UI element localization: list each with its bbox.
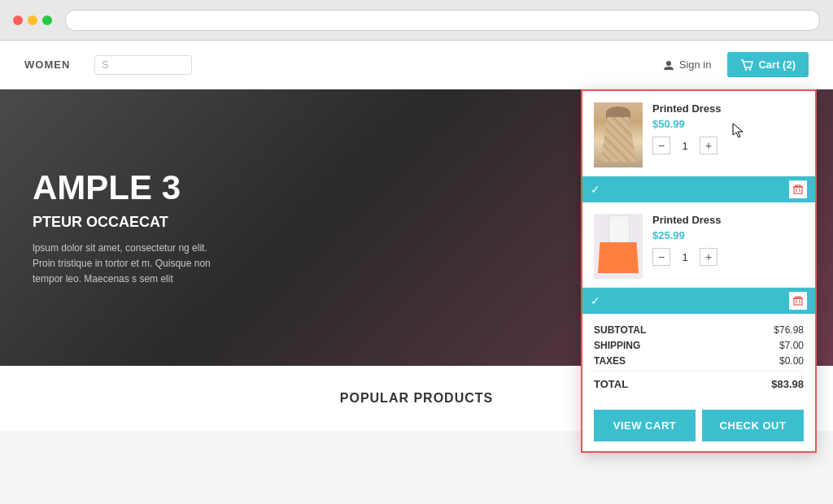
cart-totals: SUBTOTAL $76.98 SHIPPING $7.00 TAXES $0.… — [582, 314, 815, 400]
shipping-row: SHIPPING $7.00 — [594, 340, 804, 351]
trash-icon-1 — [793, 185, 803, 194]
qty-value-1: 1 — [677, 140, 693, 152]
cart-item-2-image — [594, 214, 643, 279]
qty-increase-2[interactable]: + — [700, 248, 717, 266]
browser-dots — [13, 15, 52, 25]
svg-rect-3 — [794, 187, 802, 193]
total-label: TOTAL — [594, 378, 628, 390]
delete-item-1[interactable] — [789, 180, 807, 198]
cart-item-1-price: $50.99 — [652, 118, 804, 130]
dot-red[interactable] — [13, 15, 23, 25]
total-value: $83.98 — [771, 378, 804, 390]
cart-item-1-details: Printed Dress $50.99 − 1 + — [652, 102, 804, 154]
checkout-button[interactable]: CHECK OUT — [702, 410, 804, 441]
taxes-value: $0.00 — [779, 355, 804, 367]
subtotal-value: $76.98 — [774, 324, 804, 336]
page-wrapper: WOMEN S Sign in Cart (2) — [0, 41, 833, 504]
nav-women[interactable]: WOMEN — [24, 59, 70, 71]
svg-point-0 — [666, 61, 671, 66]
svg-rect-8 — [794, 298, 802, 305]
qty-decrease-1[interactable]: − — [652, 137, 670, 154]
svg-point-1 — [745, 68, 747, 70]
trash-icon-2 — [793, 296, 803, 306]
hero-description: lpsum dolor sit amet, consectetur ng eli… — [33, 241, 212, 288]
cart-actions: VIEW CART CHECK OUT — [582, 400, 815, 451]
view-cart-button[interactable]: VIEW CART — [594, 410, 696, 441]
nav-right: Sign in Cart (2) — [663, 52, 809, 77]
browser-chrome — [0, 0, 833, 41]
hero-title: AMPLE 3 — [33, 168, 212, 207]
svg-point-2 — [749, 68, 751, 70]
address-bar[interactable] — [65, 10, 820, 31]
taxes-row: TAXES $0.00 — [594, 355, 804, 367]
cart-item-2-name: Printed Dress — [652, 214, 804, 226]
search-bar[interactable]: S — [94, 55, 192, 75]
cart-item-1-quantity: − 1 + — [652, 137, 804, 154]
subtotal-label: SUBTOTAL — [594, 324, 646, 336]
cart-item-1-name: Printed Dress — [652, 102, 804, 115]
qty-decrease-2[interactable]: − — [652, 248, 670, 266]
cart-item-2-quantity: − 1 + — [652, 248, 804, 266]
cart-icon — [740, 59, 753, 71]
qty-increase-1[interactable]: + — [700, 137, 717, 154]
delete-item-2[interactable] — [789, 292, 807, 310]
cart-item-2-price: $25.99 — [652, 229, 804, 241]
cart-button[interactable]: Cart (2) — [727, 52, 809, 77]
dot-green[interactable] — [42, 15, 52, 25]
cart-dropdown: Printed Dress $50.99 − 1 + ✓ — [581, 89, 817, 453]
cart-item-2-details: Printed Dress $25.99 − 1 + — [652, 214, 804, 266]
shipping-value: $7.00 — [779, 340, 804, 351]
user-icon — [663, 59, 674, 71]
hero-subtitle: PTEUR OCCAECAT — [33, 214, 212, 231]
taxes-label: TAXES — [594, 355, 626, 367]
qty-value-2: 1 — [677, 251, 693, 263]
total-row: TOTAL $83.98 — [594, 371, 804, 390]
expand-icon-2[interactable]: ✓ — [591, 294, 600, 307]
expand-row-2[interactable]: ✓ — [582, 288, 815, 314]
expand-icon-1[interactable]: ✓ — [591, 183, 600, 196]
hero-text: AMPLE 3 PTEUR OCCAECAT lpsum dolor sit a… — [33, 168, 212, 288]
cart-item-1-image — [594, 102, 643, 167]
svg-rect-12 — [796, 297, 800, 298]
cart-item-2: Printed Dress $25.99 − 1 + — [582, 202, 815, 288]
expand-row-1[interactable]: ✓ — [582, 176, 815, 202]
dot-yellow[interactable] — [28, 15, 37, 25]
subtotal-row: SUBTOTAL $76.98 — [594, 324, 804, 336]
svg-rect-7 — [796, 185, 800, 187]
top-nav: WOMEN S Sign in Cart (2) — [0, 41, 833, 89]
shipping-label: SHIPPING — [594, 340, 640, 351]
popular-products-title: POPULAR PRODUCTS — [340, 391, 493, 406]
signin-button[interactable]: Sign in — [663, 59, 712, 71]
nav-left: WOMEN S — [24, 55, 192, 75]
cart-item-1: Printed Dress $50.99 − 1 + — [582, 91, 815, 176]
